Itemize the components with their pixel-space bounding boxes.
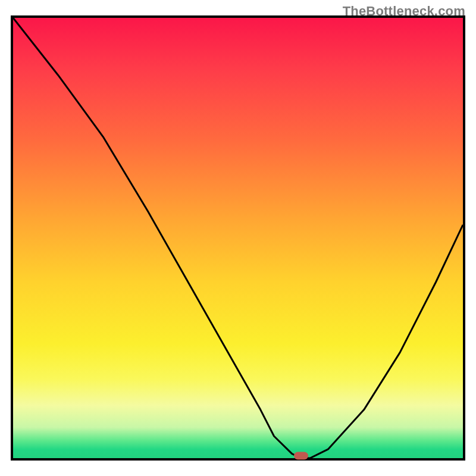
plot-frame: [11, 15, 465, 461]
curve-path: [13, 18, 463, 458]
chart-stage: TheBottleneck.com: [0, 0, 476, 476]
bottleneck-curve: [13, 18, 463, 458]
min-marker: [294, 452, 308, 460]
watermark-text: TheBottleneck.com: [343, 4, 465, 19]
